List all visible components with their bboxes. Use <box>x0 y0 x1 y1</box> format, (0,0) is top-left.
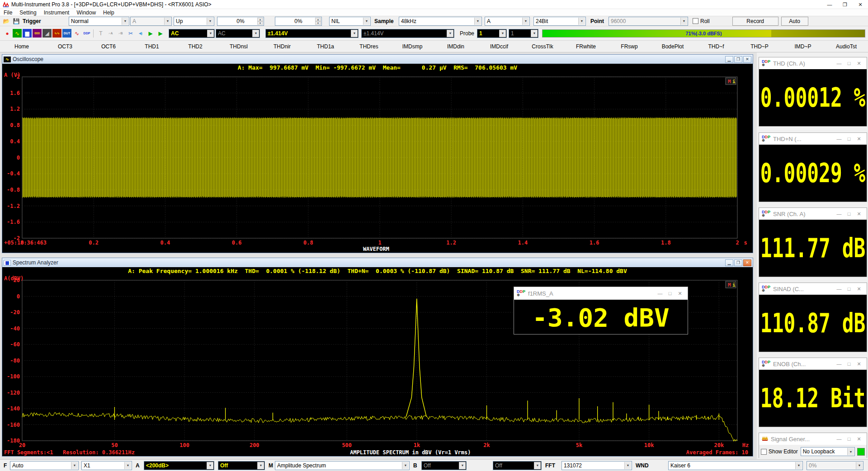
sound-device-icon[interactable]: ◀) <box>136 29 145 38</box>
menu-window[interactable]: Window <box>73 9 99 16</box>
bit-depth-combo[interactable]: 24Bit▼ <box>533 17 586 26</box>
meter-maximize-button[interactable]: □ <box>844 211 854 217</box>
minimize-button[interactable]: — <box>822 0 837 9</box>
meter-minimize-button[interactable]: — <box>834 211 844 217</box>
signal-generator-icon[interactable]: ∿∿ <box>52 29 61 38</box>
spectrum-title-bar[interactable]: ▆ Spectrum Analyzer ▁ ❐ ✕ <box>2 258 753 267</box>
chevron-down-icon[interactable]: ▼ <box>122 18 128 25</box>
label-a-icon[interactable]: ⌐A <box>106 29 115 38</box>
range-a-combo[interactable]: ±1.414V▼ <box>265 29 359 38</box>
trigger-filter-combo[interactable]: NIL▼ <box>329 17 371 26</box>
f1rms-maximize-button[interactable]: □ <box>665 291 675 296</box>
sample-channel-combo[interactable]: A▼ <box>485 17 530 26</box>
meter-close-button[interactable]: ✕ <box>854 286 864 292</box>
save-icon[interactable]: 💾 <box>12 17 21 25</box>
show-editor-checkbox[interactable] <box>761 449 767 455</box>
meter-maximize-button[interactable]: □ <box>844 136 854 141</box>
maximize-button[interactable]: ❐ <box>837 0 853 9</box>
run-auto-icon[interactable]: ▶ <box>156 29 165 38</box>
zoom-combo[interactable]: X1▼ <box>81 461 132 470</box>
meter-close-button[interactable]: ✕ <box>854 61 864 66</box>
oscilloscope-restore-button[interactable]: ❐ <box>734 56 742 63</box>
loopback-combo[interactable]: No Loopback▼ <box>801 447 855 456</box>
tab-thdres[interactable]: THDres <box>347 41 391 52</box>
menu-file[interactable]: File <box>0 9 16 16</box>
f1rms-close-button[interactable]: ✕ <box>675 291 685 297</box>
menu-instrument[interactable]: Instrument <box>40 9 73 16</box>
analysis-mode-combo[interactable]: Amplitude Spectrum▼ <box>275 461 410 470</box>
sg-close-button[interactable]: ✕ <box>854 436 864 442</box>
probe-calibration-icon[interactable]: T <box>96 29 105 38</box>
range-b-combo[interactable]: ±1.414V▼ <box>361 29 454 38</box>
record-button[interactable]: Record <box>732 17 778 26</box>
meter-minimize-button[interactable]: — <box>834 136 844 141</box>
tab-thdnsl[interactable]: THDnsl <box>217 41 260 52</box>
coupling-a-combo[interactable]: AC▼ <box>169 29 215 38</box>
run-icon[interactable]: ▶ <box>146 29 155 38</box>
tab-thd1[interactable]: THD1 <box>130 41 174 52</box>
trigger-edge-combo[interactable]: Up▼ <box>174 17 214 26</box>
f1rms-minimize-button[interactable]: — <box>655 291 665 296</box>
tab-frswp[interactable]: FRswp <box>608 41 651 52</box>
tab-oct6[interactable]: OCT6 <box>87 41 130 52</box>
meter-title-bar[interactable]: DDP⊕SINAD (C...—□✕ <box>759 283 867 295</box>
menu-setting[interactable]: Setting <box>16 9 40 16</box>
menu-help[interactable]: Help <box>99 9 118 16</box>
sg-maximize-button[interactable]: □ <box>844 436 854 442</box>
meter-minimize-button[interactable]: — <box>834 61 844 66</box>
sample-rate-combo[interactable]: 48kHz▼ <box>399 17 482 26</box>
a-filter-combo[interactable]: Off▼ <box>218 461 265 470</box>
spectrum-3d-plot-icon[interactable]: ◢ <box>42 29 52 38</box>
tab-imdccif[interactable]: IMDccif <box>477 41 521 52</box>
multimeter-icon[interactable]: 000 <box>33 29 42 38</box>
tab-frwhite[interactable]: FRwhite <box>564 41 608 52</box>
meter-title-bar[interactable]: DDP⊕THD (Ch. A)—□✕ <box>759 57 867 69</box>
meter-minimize-button[interactable]: — <box>834 361 844 367</box>
signal-generator-run-button[interactable] <box>857 448 865 456</box>
b-range-combo[interactable]: Off▼ <box>421 461 467 470</box>
tab-thdnir[interactable]: THDnir <box>260 41 304 52</box>
fft-size-combo[interactable]: 131072▼ <box>561 461 632 470</box>
cursor-reader-icon[interactable]: ✂ <box>126 29 135 38</box>
trigger-delay-spinner[interactable]: 0%▲▼ <box>275 17 322 26</box>
oscilloscope-icon[interactable]: ∿ <box>13 29 22 38</box>
tab-thd~p[interactable]: THD~P <box>738 41 781 52</box>
trigger-source-combo[interactable]: A▼ <box>130 17 172 26</box>
tab-crosstlk[interactable]: CrossTlk <box>521 41 564 52</box>
oscilloscope-minimize-button[interactable]: ▁ <box>725 56 733 63</box>
meter-close-button[interactable]: ✕ <box>854 361 864 367</box>
trigger-level-spinner[interactable]: 0%▲▼ <box>217 17 264 26</box>
probe-a-combo[interactable]: 1▼ <box>477 29 507 38</box>
oscilloscope-plot[interactable]: 00.20.40.60.811.21.41.61.8221.61.20.80.4… <box>2 71 753 253</box>
b-filter-combo[interactable]: Off▼ <box>493 461 542 470</box>
auto-button[interactable]: Auto <box>781 17 808 26</box>
tab-thd1a[interactable]: THD1a <box>304 41 347 52</box>
probe-b-combo[interactable]: 1▼ <box>509 29 538 38</box>
title-bar[interactable]: Multi-Instrument Pro 3.8 - [+3DP+DLG+LCR… <box>0 0 868 9</box>
meter-title-bar[interactable]: DDP⊕ENOB (Ch...—□✕ <box>759 358 867 370</box>
tab-bodeplot[interactable]: BodePlot <box>651 41 694 52</box>
meter-maximize-button[interactable]: □ <box>844 286 854 292</box>
label-b-icon[interactable]: ⌐B <box>116 29 125 38</box>
record-points-combo[interactable]: 96000▼ <box>609 17 688 26</box>
meter-minimize-button[interactable]: — <box>834 286 844 292</box>
meter-title-bar[interactable]: DDP⊕THD+N (...—□✕ <box>759 133 867 145</box>
meter-close-button[interactable]: ✕ <box>854 136 864 142</box>
a-range-combo[interactable]: <200dB>▼ <box>144 461 214 470</box>
spectrum-restore-button[interactable]: ❐ <box>734 259 742 266</box>
roll-checkbox[interactable]: Roll <box>693 18 712 24</box>
spectrum-analyzer-icon[interactable]: ▆ <box>23 29 32 38</box>
trigger-mode-combo[interactable]: Normal▼ <box>69 17 129 26</box>
derived-data-curve-icon[interactable]: ∿ <box>72 29 81 38</box>
sg-minimize-button[interactable]: — <box>834 436 844 442</box>
tab-imddin[interactable]: IMDdin <box>434 41 477 52</box>
tab-oct3[interactable]: OCT3 <box>43 41 87 52</box>
tab-home[interactable]: Home <box>0 41 43 52</box>
ddp-viewer-icon[interactable]: DDP <box>82 29 91 38</box>
coupling-b-combo[interactable]: AC▼ <box>216 29 260 38</box>
tab-thd2[interactable]: THD2 <box>174 41 217 52</box>
spectrum-close-button[interactable]: ✕ <box>743 259 751 266</box>
tab-imdsmp[interactable]: IMDsmp <box>391 41 434 52</box>
oscilloscope-title-bar[interactable]: ∿ Oscilloscope ▁ ❐ ✕ <box>2 55 753 64</box>
meter-close-button[interactable]: ✕ <box>854 211 864 217</box>
